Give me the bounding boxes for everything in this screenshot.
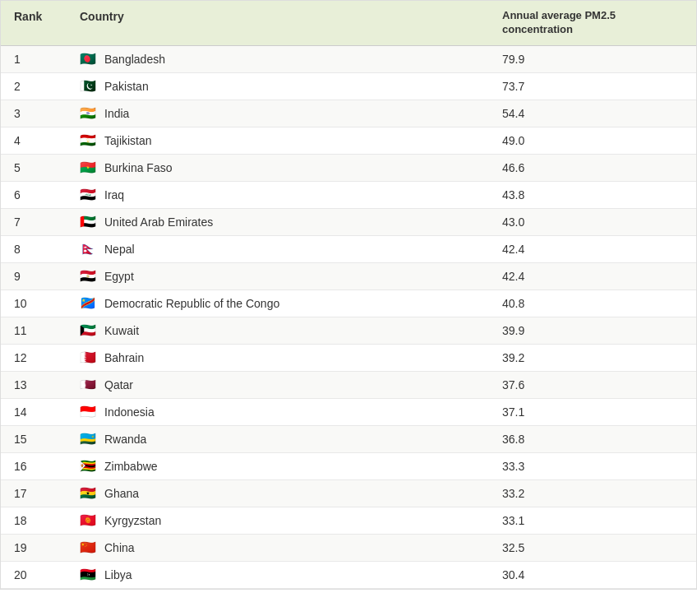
pm-header: Annual average PM2.5 concentration: [502, 9, 683, 37]
rank-cell: 5: [14, 161, 80, 174]
flag-icon: 🇷🇼: [80, 433, 98, 445]
rank-cell: 11: [14, 324, 80, 337]
table-row: 5🇧🇫Burkina Faso46.6: [1, 155, 696, 182]
pm-value: 40.8: [502, 297, 683, 310]
rank-cell: 1: [14, 53, 80, 66]
rank-cell: 2: [14, 80, 80, 93]
flag-icon: 🇨🇩: [80, 297, 98, 309]
country-cell: 🇶🇦Qatar: [80, 378, 502, 391]
country-name: Indonesia: [104, 405, 155, 419]
flag-icon: 🇹🇯: [80, 134, 98, 146]
pm-value: 73.7: [502, 80, 683, 93]
table-row: 17🇬🇭Ghana33.2: [1, 480, 696, 507]
country-name: China: [104, 541, 135, 554]
flag-icon: 🇿🇼: [80, 460, 98, 472]
table-row: 20🇱🇾Libya30.4: [1, 562, 696, 589]
country-name: Bangladesh: [104, 53, 165, 66]
rank-header: Rank: [14, 9, 80, 37]
table-row: 9🇪🇬Egypt42.4: [1, 263, 696, 290]
flag-icon: 🇬🇭: [80, 487, 98, 499]
pm-value: 33.2: [502, 487, 683, 500]
country-name: Libya: [104, 568, 132, 581]
pm-value: 30.4: [502, 568, 683, 581]
flag-icon: 🇧🇫: [80, 161, 98, 174]
table-body: 1🇧🇩Bangladesh79.92🇵🇰Pakistan73.73🇮🇳India…: [1, 46, 696, 589]
country-cell: 🇹🇯Tajikistan: [80, 134, 502, 147]
flag-icon: 🇵🇰: [80, 80, 98, 92]
pm-value: 42.4: [502, 243, 683, 256]
country-name: Pakistan: [104, 80, 149, 93]
pm-value: 49.0: [502, 134, 683, 147]
country-name: Egypt: [104, 270, 134, 283]
pm-value: 54.4: [502, 107, 683, 120]
table-row: 12🇧🇭Bahrain39.2: [1, 345, 696, 372]
pm-value: 43.8: [502, 188, 683, 201]
flag-icon: 🇳🇵: [80, 243, 98, 255]
table-row: 11🇰🇼Kuwait39.9: [1, 317, 696, 345]
country-cell: 🇿🇼Zimbabwe: [80, 460, 502, 473]
rank-cell: 10: [14, 297, 80, 310]
flag-icon: 🇮🇶: [80, 188, 98, 201]
country-cell: 🇨🇩Democratic Republic of the Congo: [80, 297, 502, 310]
rank-cell: 6: [14, 188, 80, 201]
rank-cell: 17: [14, 487, 80, 500]
rank-cell: 14: [14, 405, 80, 419]
pm-value: 39.9: [502, 324, 683, 337]
rank-cell: 19: [14, 541, 80, 554]
table-row: 18🇰🇬Kyrgyzstan33.1: [1, 507, 696, 535]
table-row: 10🇨🇩Democratic Republic of the Congo40.8: [1, 290, 696, 317]
country-name: Tajikistan: [104, 134, 152, 147]
pm-value: 39.2: [502, 351, 683, 364]
rank-cell: 20: [14, 568, 80, 581]
flag-icon: 🇱🇾: [80, 568, 98, 581]
table-row: 3🇮🇳India54.4: [1, 100, 696, 127]
country-name: Zimbabwe: [104, 460, 158, 473]
flag-icon: 🇧🇭: [80, 351, 98, 364]
pm-value: 79.9: [502, 53, 683, 66]
flag-icon: 🇶🇦: [80, 378, 98, 391]
country-name: Democratic Republic of the Congo: [104, 297, 279, 310]
country-name: Kyrgyzstan: [104, 514, 161, 527]
rank-cell: 13: [14, 378, 80, 391]
pm-value: 36.8: [502, 433, 683, 446]
country-cell: 🇮🇩Indonesia: [80, 405, 502, 419]
pm-value: 37.6: [502, 378, 683, 391]
country-name: United Arab Emirates: [104, 215, 213, 229]
country-name: Qatar: [104, 378, 133, 391]
rank-cell: 9: [14, 270, 80, 283]
table-header: Rank Country Annual average PM2.5 concen…: [1, 1, 696, 46]
country-cell: 🇪🇬Egypt: [80, 270, 502, 283]
country-name: Iraq: [104, 188, 124, 201]
table-row: 19🇨🇳China32.5: [1, 535, 696, 562]
flag-icon: 🇰🇬: [80, 514, 98, 526]
pm-value: 43.0: [502, 215, 683, 229]
country-cell: 🇨🇳China: [80, 541, 502, 554]
flag-icon: 🇰🇼: [80, 324, 98, 336]
pm-value: 42.4: [502, 270, 683, 283]
table-row: 16🇿🇼Zimbabwe33.3: [1, 453, 696, 480]
rank-cell: 16: [14, 460, 80, 473]
pm-value: 37.1: [502, 405, 683, 419]
country-name: Nepal: [104, 243, 135, 256]
country-cell: 🇵🇰Pakistan: [80, 80, 502, 93]
flag-icon: 🇪🇬: [80, 270, 98, 282]
flag-icon: 🇨🇳: [80, 541, 98, 553]
pm-value: 46.6: [502, 161, 683, 174]
table-row: 1🇧🇩Bangladesh79.9: [1, 46, 696, 73]
country-name: Rwanda: [104, 433, 146, 446]
country-cell: 🇰🇼Kuwait: [80, 324, 502, 337]
country-cell: 🇧🇭Bahrain: [80, 351, 502, 364]
country-name: Burkina Faso: [104, 161, 172, 174]
rankings-table: Rank Country Annual average PM2.5 concen…: [0, 0, 697, 590]
rank-cell: 18: [14, 514, 80, 527]
table-row: 2🇵🇰Pakistan73.7: [1, 73, 696, 100]
country-cell: 🇷🇼Rwanda: [80, 433, 502, 446]
table-row: 8🇳🇵Nepal42.4: [1, 236, 696, 263]
country-cell: 🇳🇵Nepal: [80, 243, 502, 256]
rank-cell: 4: [14, 134, 80, 147]
rank-cell: 12: [14, 351, 80, 364]
rank-cell: 7: [14, 215, 80, 229]
country-name: Ghana: [104, 487, 139, 500]
flag-icon: 🇧🇩: [80, 53, 98, 65]
country-name: Bahrain: [104, 351, 144, 364]
